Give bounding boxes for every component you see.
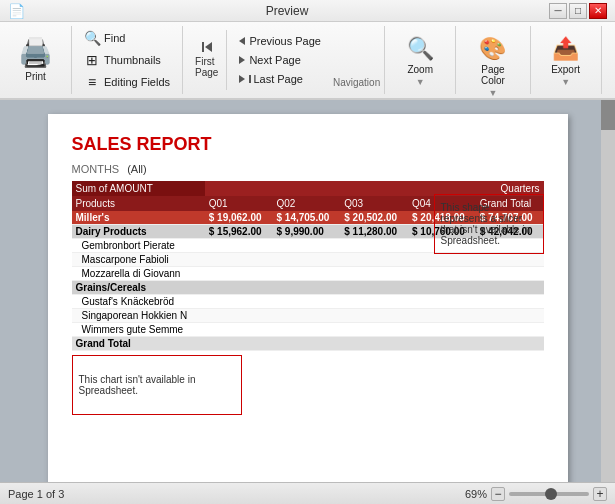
content-area: SALES REPORT MONTHS (All) Sum of AMOUNT … <box>0 100 615 482</box>
months-label: MONTHS <box>72 163 120 175</box>
dairy-name: Dairy Products <box>72 225 205 239</box>
print-group: 🖨️ Print <box>0 26 72 94</box>
thumbnails-icon: ⊞ <box>84 52 100 68</box>
page-color-icon: 🎨 <box>479 36 506 62</box>
sub-product-1: Gembronbort Pierate <box>72 239 205 253</box>
previous-page-button[interactable]: Previous Page <box>235 33 325 49</box>
table-row: Singaporean Hokkien N <box>72 309 544 323</box>
previous-page-label: Previous Page <box>249 35 321 47</box>
thumbnails-label: Thumbnails <box>104 54 161 66</box>
months-value: (All) <box>127 163 147 175</box>
col-q01: Q01 <box>205 196 273 211</box>
millers-name: Miller's <box>72 211 205 225</box>
grains-sub-1: Gustaf's Knäckebröd <box>72 295 205 309</box>
months-row: MONTHS (All) <box>72 163 544 175</box>
print-label: Print <box>25 71 46 82</box>
document-title: SALES REPORT <box>72 134 544 155</box>
page-color-label: Page Color <box>476 64 509 86</box>
dairy-q03: $ 11,280.00 <box>340 225 408 239</box>
export-dropdown-icon: ▼ <box>561 77 570 87</box>
page-color-group: 🎨 Page Color ▼ Page Background <box>456 26 530 94</box>
export-label: Export <box>551 64 580 75</box>
zoom-slider[interactable] <box>509 492 589 496</box>
grains-sub-2: Singaporean Hokkien N <box>72 309 205 323</box>
chart-placeholder: This chart isn't available in Spreadshee… <box>72 355 242 415</box>
vertical-scrollbar[interactable] <box>601 100 615 482</box>
zoom-label: Zoom <box>407 64 433 75</box>
dairy-q02: $ 9,990.00 <box>272 225 340 239</box>
col-header-amount: Sum of AMOUNT <box>72 181 205 196</box>
app-icon: 📄 <box>8 3 25 19</box>
chart-text: This chart isn't available in Spreadshee… <box>79 374 235 396</box>
restore-button[interactable]: □ <box>569 3 587 19</box>
title-bar: 📄 Preview ─ □ ✕ <box>0 0 615 22</box>
millers-q01: $ 19,062.00 <box>205 211 273 225</box>
print-icon: 🖨️ <box>18 39 53 67</box>
grand-total-row: Grand Total <box>72 337 544 351</box>
first-page-label: FirstPage <box>195 56 218 78</box>
export-button[interactable]: 📤 Export ▼ <box>541 32 591 91</box>
minimize-button[interactable]: ─ <box>549 3 567 19</box>
document-page: SALES REPORT MONTHS (All) Sum of AMOUNT … <box>48 114 568 482</box>
last-page-button[interactable]: Last Page <box>235 71 325 87</box>
editing-fields-button[interactable]: ≡ Editing Fields <box>80 72 174 92</box>
table-row: Mozzarella di Giovann <box>72 267 544 281</box>
editing-fields-icon: ≡ <box>84 74 100 90</box>
export-group: 📤 Export ▼ <box>531 26 602 94</box>
zoom-dropdown-icon: ▼ <box>416 77 425 87</box>
zoom-icon: 🔍 <box>407 36 434 62</box>
zoom-plus-button[interactable]: + <box>593 487 607 501</box>
col-products: Products <box>72 196 205 211</box>
toolbar: 🖨️ Print 🔍 Find ⊞ Thumbnails ≡ Editing F… <box>0 22 615 100</box>
zoom-button[interactable]: 🔍 Zoom ▼ <box>395 32 445 91</box>
navigation-group-label: Navigation <box>329 77 384 90</box>
table-row: Mascarpone Fabioli <box>72 253 544 267</box>
shape-placeholder: This shape represents a slicer that isn'… <box>434 194 544 254</box>
sub-product-3: Mozzarella di Giovann <box>72 267 205 281</box>
report-content: Sum of AMOUNT Quarters Products Q01 Q02 … <box>72 181 544 415</box>
zoom-minus-button[interactable]: − <box>491 487 505 501</box>
millers-q03: $ 20,502.00 <box>340 211 408 225</box>
find-button[interactable]: 🔍 Find <box>80 28 174 48</box>
thumbnails-button[interactable]: ⊞ Thumbnails <box>80 50 174 70</box>
millers-q02: $ 14,705.00 <box>272 211 340 225</box>
sub-product-2: Mascarpone Fabioli <box>72 253 205 267</box>
page-color-button[interactable]: 🎨 Page Color ▼ <box>466 32 519 102</box>
page-nav-stack: Previous Page Next Page Last Page <box>231 30 329 90</box>
print-button[interactable]: 🖨️ Print <box>8 35 63 86</box>
page-info: Page 1 of 3 <box>8 488 457 500</box>
last-page-label: Last Page <box>253 73 303 85</box>
find-icon: 🔍 <box>84 30 100 46</box>
view-items: 🔍 Find ⊞ Thumbnails ≡ Editing Fields <box>80 28 174 92</box>
grand-total-label: Grand Total <box>72 337 205 351</box>
status-bar: Page 1 of 3 69% − + <box>0 482 615 504</box>
close-window-button[interactable]: ✕ <box>589 3 607 19</box>
last-icon <box>239 75 245 83</box>
next-page-label: Next Page <box>249 54 300 66</box>
zoom-area: 69% − + <box>465 487 607 501</box>
close-group: ✖ Close Close <box>602 26 615 94</box>
zoom-thumb[interactable] <box>545 488 557 500</box>
last-page-line <box>249 75 251 83</box>
scroll-thumb-v[interactable] <box>601 100 615 130</box>
zoom-group: 🔍 Zoom ▼ <box>385 26 456 94</box>
close-preview-button[interactable]: ✖ Close <box>612 32 615 84</box>
next-icon <box>239 56 245 64</box>
navigation-group: FirstPage Previous Page Next Page Last P… <box>183 26 385 94</box>
find-label: Find <box>104 32 125 44</box>
col-q02: Q02 <box>272 196 340 211</box>
prev-icon <box>239 37 245 45</box>
shape-text: This shape represents a slicer that isn'… <box>441 202 537 246</box>
grains-row: Grains/Cereals <box>72 281 544 295</box>
grains-sub-3: Wimmers gute Semme <box>72 323 205 337</box>
grains-name: Grains/Cereals <box>72 281 205 295</box>
view-group: 🔍 Find ⊞ Thumbnails ≡ Editing Fields <box>72 26 183 94</box>
first-page-icon <box>202 42 212 52</box>
export-icon: 📤 <box>552 36 579 62</box>
col-q03: Q03 <box>340 196 408 211</box>
editing-fields-label: Editing Fields <box>104 76 170 88</box>
next-page-button[interactable]: Next Page <box>235 52 325 68</box>
window-controls: ─ □ ✕ <box>549 3 607 19</box>
first-page-button[interactable]: FirstPage <box>187 30 227 90</box>
window-title: Preview <box>25 4 549 18</box>
